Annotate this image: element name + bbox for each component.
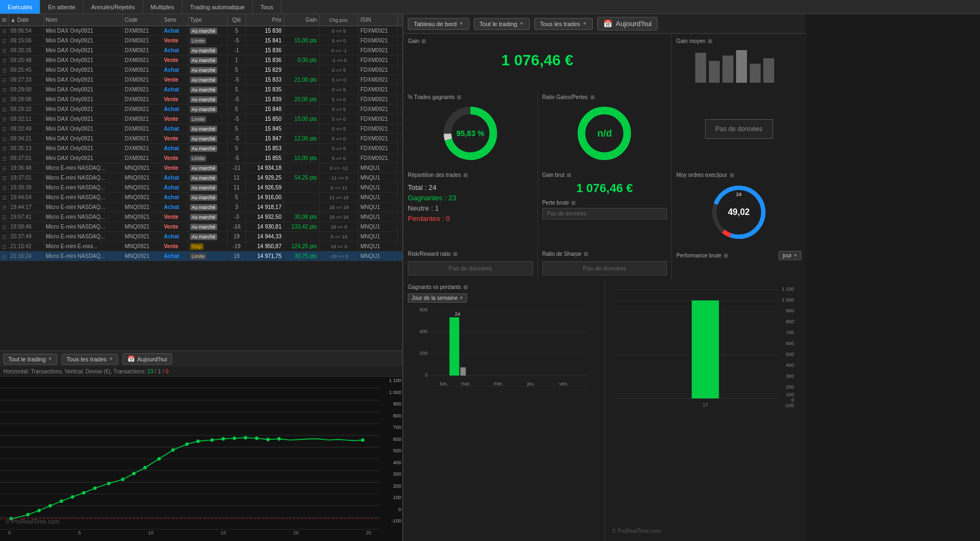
col-header-nom[interactable]: Nom <box>44 14 123 26</box>
col-header-gain[interactable]: Gain <box>284 14 320 26</box>
row-isin: FDXM0921 <box>359 65 398 75</box>
expand-icon[interactable]: ⊞ <box>567 172 571 178</box>
col-header-qte[interactable]: Qté <box>228 14 246 26</box>
trading-dropdown[interactable]: Tout le trading ▼ <box>3 354 57 365</box>
tab-trading-auto[interactable]: Trading automatique <box>182 0 253 14</box>
table-row[interactable]: 20:37:49 Micro E-mini NASDAQ... MNQ0921 … <box>0 232 402 242</box>
table-row[interactable]: 21:16:24 Micro E-mini NASDAQ... MNQ0921 … <box>0 251 402 261</box>
table-row[interactable]: 09:20:26 Mini DAX Only0921 DXM0921 Achat… <box>0 46 402 56</box>
expand-icon[interactable]: ⊞ <box>584 251 588 257</box>
row-code: DXM0921 <box>123 95 162 104</box>
table-row[interactable]: 09:25:45 Mini DAX Only0921 DXM0921 Achat… <box>0 65 402 75</box>
gain-moyen-box: Gain moyen ⊞ <box>672 34 806 90</box>
col-header-date[interactable]: ▲ Date <box>9 14 44 26</box>
svg-rect-30 <box>2 118 7 118</box>
row-name: Micro E-mini NASDAQ... <box>44 163 123 173</box>
chevron-down-icon: ▼ <box>109 356 113 361</box>
row-chgpos: 11 => 16 <box>320 193 359 202</box>
table-row[interactable]: 09:15:06 Mini DAX Only0921 DXM0921 Vente… <box>0 36 402 46</box>
tab-executes[interactable]: Exécutés <box>0 0 40 14</box>
row-icon <box>0 163 9 173</box>
row-gain <box>284 144 320 153</box>
risk-reward-box: Risk/Reward ratio ⊞ Pas de données <box>403 247 537 280</box>
expand-icon[interactable]: ⊞ <box>463 284 468 290</box>
tab-annules[interactable]: Annulés/Rejetés <box>83 0 143 14</box>
table-row[interactable]: 19:37:01 Micro E-mini NASDAQ... MNQ0921 … <box>0 173 402 183</box>
svg-rect-39 <box>2 147 7 147</box>
trades-dropdown[interactable]: Tous les trades ▼ <box>62 354 118 365</box>
col-header-prix[interactable]: Prix <box>246 14 284 26</box>
table-row[interactable]: 19:39:39 Micro E-mini NASDAQ... MNQ0921 … <box>0 183 402 193</box>
row-qte: 5 <box>228 26 246 35</box>
tab-tous[interactable]: Tous <box>253 0 281 14</box>
jour-semaine-dropdown[interactable]: Jour de la semaine ▼ <box>408 293 467 303</box>
col-header-code[interactable]: Code <box>123 14 162 26</box>
table-row[interactable]: 09:32:49 Mini DAX Only0921 DXM0921 Achat… <box>0 124 402 134</box>
col-header-isin[interactable]: ISIN <box>359 14 398 26</box>
row-date: 19:39:39 <box>9 183 44 192</box>
table-row[interactable]: 19:44:17 Micro E-mini NASDAQ... MNQ0921 … <box>0 202 402 212</box>
expand-icon[interactable]: ⊞ <box>421 38 426 44</box>
table-row[interactable]: 09:29:08 Mini DAX Only0921 DXM0921 Vente… <box>0 95 402 104</box>
svg-text:500: 500 <box>786 352 794 357</box>
expand-icon[interactable]: ⊞ <box>730 172 734 178</box>
row-type: Au marché <box>188 163 228 173</box>
table-row[interactable]: 09:27:33 Mini DAX Only0921 DXM0921 Vente… <box>0 75 402 85</box>
table-header: ▲ Date Nom Code Sens Type Qté Prix Gain … <box>0 14 402 26</box>
row-date: 09:29:08 <box>9 95 44 104</box>
table-row[interactable]: 09:29:00 Mini DAX Only0921 DXM0921 Achat… <box>0 85 402 95</box>
date-dropdown[interactable]: 📅 Aujourd'hui <box>122 353 172 365</box>
svg-rect-35 <box>2 131 7 131</box>
table-row[interactable]: 09:32:11 Mini DAX Only0921 DXM0921 Vente… <box>0 114 402 124</box>
table-row[interactable]: 09:29:32 Mini DAX Only0921 DXM0921 Achat… <box>0 104 402 114</box>
svg-rect-19 <box>2 80 7 81</box>
watermark: © ProRealTime.com <box>5 518 59 525</box>
table-row[interactable]: 09:34:21 Mini DAX Only0921 DXM0921 Vente… <box>0 134 402 144</box>
jour-dropdown[interactable]: jour ▼ <box>779 251 801 260</box>
row-icon <box>0 153 9 163</box>
expand-icon[interactable]: ⊞ <box>463 172 468 178</box>
table-row[interactable]: 19:57:41 Micro E-mini NASDAQ... MNQ0921 … <box>0 212 402 222</box>
table-row[interactable]: 09:20:48 Mini DAX Only0921 DXM0921 Vente… <box>0 56 402 65</box>
svg-text:900: 900 <box>786 308 794 313</box>
svg-rect-116 <box>736 50 747 83</box>
expand-icon[interactable]: ⊞ <box>457 94 461 100</box>
expand-icon[interactable]: ⊞ <box>708 38 712 44</box>
trading-btn[interactable]: Tout le trading ▼ <box>474 18 530 30</box>
svg-rect-34 <box>2 129 7 130</box>
expand-icon[interactable]: ⊞ <box>571 200 575 206</box>
table-row[interactable]: 09:06:54 Mini DAX Only0921 DXM0921 Achat… <box>0 26 402 36</box>
table-row[interactable]: 19:44:04 Micro E-mini NASDAQ... MNQ0921 … <box>0 193 402 202</box>
table-row[interactable]: 09:37:01 Mini DAX Only0921 DXM0921 Vente… <box>0 153 402 163</box>
table-row[interactable]: 19:58:46 Micro E-mini NASDAQ... MNQ0921 … <box>0 222 402 232</box>
expand-icon[interactable]: ⊞ <box>453 251 457 257</box>
row-prix: 15 835 <box>246 85 284 94</box>
table-row[interactable]: 19:36:48 Micro E-mini NASDAQ... MNQ0921 … <box>0 163 402 173</box>
col-header-chgpos[interactable]: Chg pos. <box>320 14 359 26</box>
row-icon <box>0 124 9 133</box>
svg-rect-117 <box>750 64 761 83</box>
perf-brute-chart-box: 1 100 1 000 900 800 700 600 500 400 300 … <box>605 280 806 541</box>
svg-rect-140 <box>461 367 466 376</box>
expand-icon[interactable]: ⊞ <box>590 94 595 100</box>
trades-btn[interactable]: Tous les trades ▼ <box>534 18 593 30</box>
row-prix: 14 950,87 <box>246 242 284 251</box>
svg-rect-13 <box>2 60 7 61</box>
svg-text:400: 400 <box>419 329 427 334</box>
row-gain: 54,25 pts <box>284 173 320 182</box>
svg-rect-59 <box>2 209 7 210</box>
col-header-type[interactable]: Type <box>188 14 228 26</box>
tab-multiples[interactable]: Multiples <box>143 0 182 14</box>
tab-en-attente[interactable]: En attente <box>40 0 83 14</box>
row-sens: Achat <box>162 65 188 75</box>
expand-icon[interactable]: ⊞ <box>724 253 728 259</box>
table-row[interactable]: 09:35:13 Mini DAX Only0921 DXM0921 Achat… <box>0 144 402 153</box>
row-sens: Achat <box>162 124 188 133</box>
row-isin: FDXM0921 <box>359 56 398 65</box>
svg-rect-113 <box>695 53 706 83</box>
col-header-sens[interactable]: Sens <box>162 14 188 26</box>
tableau-bord-btn[interactable]: Tableau de bord ▼ <box>408 18 469 30</box>
date-btn[interactable]: 📅 Aujourd'hui <box>597 17 658 30</box>
table-row[interactable]: 21:15:42 Micro E-mini E-mini... MNQ0921 … <box>0 242 402 251</box>
svg-rect-60 <box>2 216 7 216</box>
